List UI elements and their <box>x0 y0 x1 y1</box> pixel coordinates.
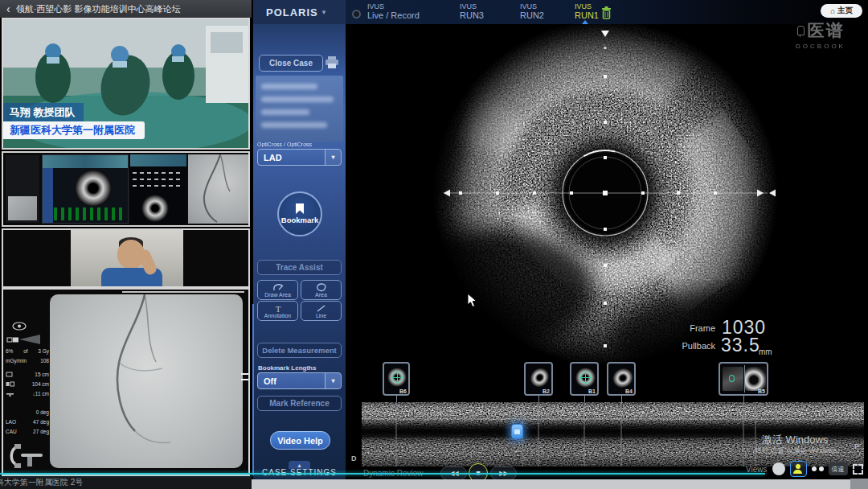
trash-icon[interactable] <box>601 6 612 19</box>
bookmark-thumb-label: B2 <box>542 388 550 394</box>
pullback-value: 33.5 <box>721 335 760 356</box>
presenter-view-button[interactable] <box>790 461 807 477</box>
dose-rate-label: mGy/min <box>6 358 27 364</box>
area-label: Area <box>315 292 327 298</box>
polaris-control-panel: Close Case OptiCross / OptiCross LAD ▾ B… <box>253 24 346 479</box>
ivus-mini-donut <box>75 170 112 207</box>
workstation-menu-strip <box>43 168 53 223</box>
angiogram-mini-screen <box>188 154 248 224</box>
frame-label: Frame <box>667 323 715 333</box>
video-tile-cathlab-screens[interactable] <box>2 151 250 227</box>
eye-icon <box>12 322 27 331</box>
active-tab-indicator <box>582 20 588 24</box>
draw-area-icon <box>272 283 284 292</box>
player-progress-line[interactable] <box>0 473 765 475</box>
strip-proximal-label: P <box>854 442 859 450</box>
bookmark-button[interactable]: Bookmark <box>277 191 322 236</box>
table-height-icon <box>6 372 13 377</box>
chevron-down-icon: ▾ <box>322 8 327 16</box>
area-icon <box>316 283 326 292</box>
bottom-corner-knob <box>850 479 868 489</box>
app-root: ‹ 领航·西望心影 影像功能培训中心高峰论坛 马翔 教授团队 新疆医科大学第一附… <box>0 0 868 489</box>
table-long-icon <box>6 381 14 387</box>
chevron-down-icon: ▾ <box>325 150 341 165</box>
ecg-trace-3 <box>133 185 182 187</box>
c-arm-gantry-icon <box>8 442 45 470</box>
video-help-button[interactable]: Video Help <box>270 431 330 450</box>
draw-area-button[interactable]: Draw Area <box>257 280 298 300</box>
home-icon: ⌂ <box>830 6 835 15</box>
dual-view-button[interactable] <box>812 466 824 471</box>
mark-reference-button[interactable]: Mark Reference <box>257 396 342 411</box>
trace-assist-button[interactable]: Trace Assist <box>257 260 342 275</box>
fullscreen-icon[interactable] <box>853 464 863 475</box>
polaris-menu[interactable]: POLARIS ▾ <box>253 0 346 24</box>
video-tile-operating-room[interactable]: 马翔 教授团队 新疆医科大学第一附属医院 <box>2 18 250 150</box>
close-case-button[interactable]: Close Case <box>259 55 323 72</box>
area-button[interactable]: Area <box>301 280 342 300</box>
radiation-beam-icon <box>6 335 42 344</box>
ivus-cross-section-image[interactable] <box>346 24 868 370</box>
bookmark-lengths-select[interactable]: Off ▾ <box>257 372 342 389</box>
bookmark-lengths-value: Off <box>258 376 325 386</box>
tab-ivus-live-record[interactable]: IVUSLive / Record <box>367 2 420 21</box>
views-label: Views <box>746 465 768 474</box>
or-video-strip <box>43 155 128 168</box>
ticker-text: 科大学第一附属医院 2号 <box>0 478 83 487</box>
printer-icon[interactable] <box>325 56 339 68</box>
bookmark-label: Bookmark <box>281 216 318 224</box>
draw-area-label: Draw Area <box>264 292 291 298</box>
dose-rate-value: 108 <box>40 358 49 364</box>
delete-measurement-button[interactable]: Delete Measurement <box>257 343 342 358</box>
bookmark-thumb-b1[interactable]: B1 <box>570 362 599 396</box>
pullback-position-marker[interactable] <box>511 424 523 439</box>
table-down-value: ↓11 cm <box>33 391 49 397</box>
bookmark-thumb-b5[interactable]: B5 <box>719 362 768 396</box>
speaker-name-overlay: 马翔 教授团队 <box>3 103 84 121</box>
tab-ivus-run1[interactable]: IVUSRUN1 <box>575 2 599 21</box>
home-button[interactable]: ⌂ 主页 <box>821 4 862 18</box>
annotation-label: Annotation <box>264 313 291 318</box>
vessel-select[interactable]: LAD ▾ <box>257 149 342 166</box>
line-button[interactable]: Line <box>301 301 342 321</box>
vessel-select-value: LAD <box>258 153 325 162</box>
video-tile-fluoroscopy[interactable]: 6% of 3 Gy mGy/min 108 15 cm 104 cm ↓11 … <box>2 288 250 476</box>
chevron-down-icon: ▾ <box>325 373 341 388</box>
bottom-gray-strip <box>252 479 868 489</box>
tab-ivus-run3[interactable]: IVUSRUN3 <box>460 2 484 21</box>
ecg-trace-1 <box>133 172 182 174</box>
catheter-note: OptiCross / OptiCross <box>257 142 342 147</box>
bookmark-thumb-b4[interactable]: B4 <box>607 362 636 396</box>
dose-total: 3 Gy <box>38 348 49 354</box>
bookmark-lengths-label: Bookmark Lengths <box>258 364 316 372</box>
svg-text:T: T <box>275 304 280 313</box>
dose-of: of <box>23 348 27 354</box>
back-chevron-icon[interactable]: ‹ <box>6 3 10 14</box>
windows-watermark-line1: 激活 Windows <box>762 433 828 447</box>
bookmark-thumb-b6[interactable]: B6 <box>383 362 410 396</box>
mouse-cursor <box>467 294 478 308</box>
tab-ivus-run2[interactable]: IVUSRUN2 <box>520 2 544 21</box>
conference-title: 领航·西望心影 影像功能培训中心高峰论坛 <box>16 3 181 15</box>
playback-speed-button[interactable]: 倍速 <box>829 462 848 475</box>
polaris-brand: POLARIS <box>266 6 318 18</box>
or-video-strip-2 <box>130 154 186 166</box>
pullback-label: Pullback <box>667 341 715 351</box>
fluoro-right-tick1 <box>241 373 248 375</box>
table-down-icon <box>6 391 14 397</box>
ivus-mini-donut-2 <box>141 195 169 222</box>
person-icon-body <box>793 470 802 474</box>
bottom-ticker: 科大学第一附属医院 2号 <box>0 476 252 489</box>
angio-mini-thumb <box>8 196 37 220</box>
bookmark-thumb-b2[interactable]: B2 <box>524 362 553 396</box>
bookmark-thumb-label: B5 <box>758 388 765 394</box>
fluoro-right-tick2 <box>241 379 248 380</box>
dose-percent: 6% <box>6 348 13 354</box>
annotation-button[interactable]: T Annotation <box>257 301 298 321</box>
table-height-value: 15 cm <box>35 372 49 377</box>
video-tile-webcam[interactable] <box>2 228 250 288</box>
mic-icon <box>797 26 805 35</box>
home-label: 主页 <box>837 6 853 16</box>
single-view-button[interactable] <box>772 462 785 475</box>
angle3-label: CAU <box>6 429 17 434</box>
